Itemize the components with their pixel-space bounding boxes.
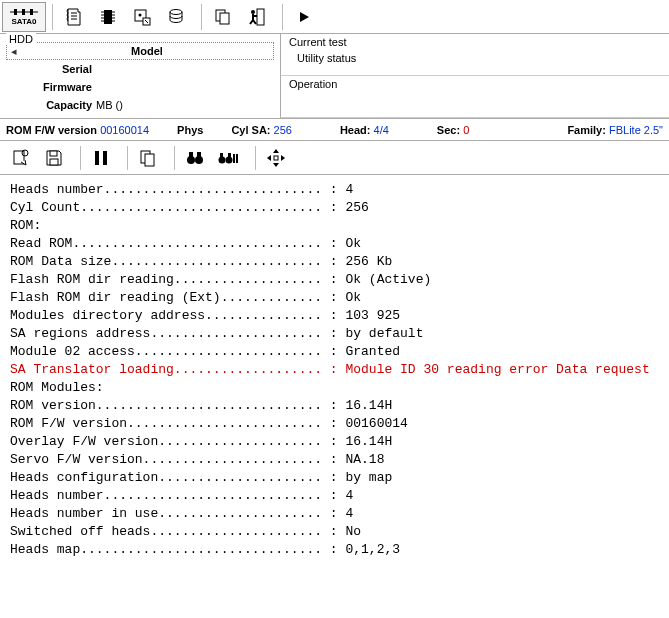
move-button[interactable] (262, 144, 290, 172)
svg-rect-41 (197, 152, 201, 157)
log-line: Flash ROM dir reading (Ext).............… (10, 289, 659, 307)
firmware-label: Firmware (6, 81, 96, 93)
sata-connector-icon (10, 7, 38, 17)
svg-rect-1 (14, 9, 17, 15)
disk-tool-button[interactable] (127, 2, 157, 32)
svg-point-24 (251, 10, 255, 14)
new-doc-icon (10, 148, 30, 168)
toolbar-sep (52, 4, 53, 30)
log-line: SA regions address......................… (10, 325, 659, 343)
log-line: Servo F/W version.......................… (10, 451, 659, 469)
find-button[interactable] (181, 144, 209, 172)
current-test-panel: Current test Utility status (280, 34, 669, 76)
exit-button[interactable] (242, 2, 272, 32)
chip-icon (98, 7, 118, 27)
current-test-label: Current test (289, 36, 663, 48)
utility-status-label: Utility status (289, 52, 663, 64)
svg-point-17 (139, 13, 142, 16)
log-line: ROM: (10, 217, 659, 235)
svg-rect-7 (104, 10, 112, 24)
capacity-value: MB () (96, 99, 274, 111)
top-toolbar: SATA0 (0, 0, 669, 34)
log-line: Heads number in use.....................… (10, 505, 659, 523)
model-dropdown[interactable]: ◂ Model (6, 42, 274, 60)
log-line: ROM F/W version.........................… (10, 415, 659, 433)
chip-button[interactable] (93, 2, 123, 32)
svg-point-38 (187, 156, 195, 164)
rom-fw-label: ROM F/W version (6, 124, 97, 136)
status-bar: ROM F/W version 00160014 Phys Cyl SA: 25… (0, 119, 669, 141)
family-value: FBLite 2.5" (609, 124, 663, 136)
svg-rect-37 (145, 154, 154, 166)
log-line: Heads number............................… (10, 181, 659, 199)
toolbar-sep (282, 4, 283, 30)
new-doc-button[interactable] (6, 144, 34, 172)
hdd-group-label: HDD (6, 33, 36, 45)
svg-marker-50 (267, 155, 271, 161)
log-line: Modules directory address...............… (10, 307, 659, 325)
log-line: Switched off heads......................… (10, 523, 659, 541)
capacity-label: Capacity (6, 99, 96, 111)
svg-point-43 (226, 156, 233, 163)
sec-label: Sec: (437, 124, 460, 136)
log-line: Flash ROM dir reading...................… (10, 271, 659, 289)
play-button[interactable] (289, 2, 319, 32)
svg-point-39 (195, 156, 203, 164)
save-button[interactable] (40, 144, 68, 172)
hdd-panel: HDD ◂ Model Serial Firmware CapacityMB (… (0, 34, 280, 118)
binoculars-icon (185, 149, 205, 167)
log-line: ROM Data size...........................… (10, 253, 659, 271)
database-icon (166, 7, 186, 27)
operation-label: Operation (289, 78, 663, 90)
find-next-button[interactable] (215, 144, 243, 172)
head-value: 4/4 (374, 124, 389, 136)
log-line: SA Translator loading...................… (10, 361, 659, 379)
log-pane[interactable]: Heads number............................… (0, 175, 669, 565)
svg-rect-3 (30, 9, 33, 15)
sec-value: 0 (463, 124, 469, 136)
log-line: Heads configuration.....................… (10, 469, 659, 487)
svg-rect-40 (189, 152, 193, 157)
save-icon (44, 148, 64, 168)
log-line: Cyl Count...............................… (10, 199, 659, 217)
pause-button[interactable] (87, 144, 115, 172)
log-line: Read ROM................................… (10, 235, 659, 253)
log-line: Module 02 access........................… (10, 343, 659, 361)
svg-line-28 (253, 20, 256, 24)
svg-rect-34 (95, 151, 99, 165)
play-icon (297, 10, 311, 24)
svg-point-20 (170, 9, 182, 14)
log-line: Overlay F/W version.....................… (10, 433, 659, 451)
svg-rect-45 (228, 153, 231, 157)
rom-fw-value: 00160014 (100, 124, 149, 136)
log-line: Heads number............................… (10, 487, 659, 505)
svg-rect-52 (274, 156, 278, 160)
svg-rect-22 (220, 13, 229, 24)
head-label: Head: (340, 124, 371, 136)
script-icon (64, 7, 84, 27)
model-label: Model (21, 45, 273, 57)
svg-marker-49 (273, 163, 279, 167)
database-button[interactable] (161, 2, 191, 32)
svg-marker-51 (281, 155, 285, 161)
disk-tool-icon (132, 7, 152, 27)
port-badge[interactable]: SATA0 (2, 2, 46, 32)
copy-log-button[interactable] (134, 144, 162, 172)
toolbar-sep (127, 146, 128, 170)
family-label: Family: (567, 124, 606, 136)
svg-rect-35 (103, 151, 107, 165)
phys-label: Phys (177, 124, 203, 136)
toolbar-sep (255, 146, 256, 170)
svg-marker-29 (300, 12, 309, 22)
copy-icon (138, 148, 158, 168)
script-button[interactable] (59, 2, 89, 32)
cyl-sa-label: Cyl SA: (231, 124, 270, 136)
svg-rect-44 (220, 153, 223, 157)
binoculars-next-icon (217, 149, 241, 167)
log-toolbar (0, 141, 669, 175)
copy-button[interactable] (208, 2, 238, 32)
log-line: ROM version.............................… (10, 397, 659, 415)
exit-icon (247, 7, 267, 27)
svg-marker-48 (273, 149, 279, 153)
toolbar-sep (201, 4, 202, 30)
